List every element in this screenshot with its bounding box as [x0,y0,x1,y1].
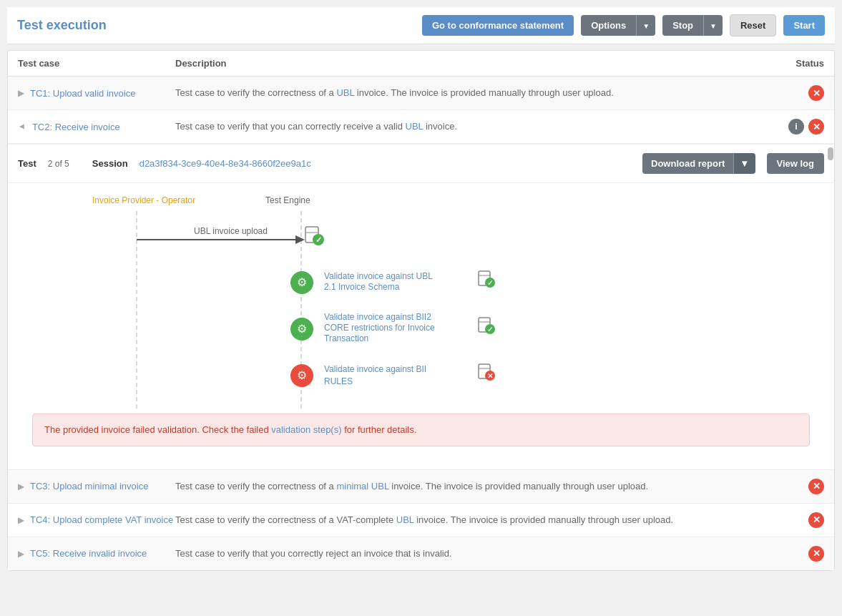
options-button[interactable]: Options [581,15,636,36]
stop-dropdown-button[interactable]: ▼ [703,15,723,36]
lane-labels: Invoice Provider - Operator Test Engine [22,195,820,205]
reset-button[interactable]: Reset [730,14,776,36]
table-header: Test case Description Status [8,51,834,77]
tc4-description: Test case to verify the correctness of a… [175,513,767,527]
col-testcase: Test case [18,58,175,69]
tc5-name[interactable]: ▶ TC5: Receive invalid invoice [18,548,175,559]
test-label: Test [18,158,36,169]
error-link[interactable]: validation step(s) [271,424,341,435]
table-row: ▼ TC2: Receive invoice Test case to veri… [8,110,834,144]
download-report-button[interactable]: Download report [642,153,733,174]
expand-icon: ▶ [18,481,24,492]
session-id: d2a3f834-3ce9-40e4-8e34-8660f2ee9a1c [139,158,311,169]
tc1-description: Test case to verify the correctness of a… [175,86,767,100]
table-row: ▶ TC4: Upload complete VAT invoice Test … [8,504,834,537]
tc1-name[interactable]: ▶ TC1: Upload valid invoice [18,88,175,99]
lane-engine-label: Test Engine [265,195,820,205]
tc1-status: ✕ [767,85,824,101]
test-value: 2 of 5 [48,159,69,169]
page-title: Test execution [17,18,415,33]
session-header: Test 2 of 5 Session d2a3f834-3ce9-40e4-8… [8,145,834,183]
svg-text:UBL invoice upload: UBL invoice upload [194,226,268,236]
svg-text:⚙: ⚙ [297,369,307,381]
error-icon: ✕ [808,479,824,494]
tc4-status: ✕ [767,512,824,528]
tc3-description: Test case to verify the correctness of a… [175,479,767,494]
svg-text:2.1 Invoice Schema: 2.1 Invoice Schema [324,282,400,292]
tc5-status: ✕ [767,546,824,562]
sequence-diagram: UBL invoice upload ✓ ⚙ Validate invoice … [22,211,820,414]
diagram-svg: UBL invoice upload ✓ ⚙ Validate invoice … [22,211,523,411]
svg-text:✕: ✕ [487,372,493,380]
svg-text:✓: ✓ [315,235,322,244]
session-actions: Download report ▼ View log [642,153,824,174]
scrollbar-thumb [828,147,833,160]
svg-text:Validate invoice against UBL: Validate invoice against UBL [324,271,433,281]
error-icon: ✕ [808,119,824,135]
start-button[interactable]: Start [783,15,825,36]
col-status: Status [767,58,824,69]
error-icon: ✕ [808,546,824,562]
svg-text:Validate invoice against BII2: Validate invoice against BII2 [324,312,431,322]
options-dropdown-button[interactable]: ▼ [636,15,655,36]
error-banner: The provided invoice failed validation. … [32,414,810,446]
table-row: ▶ TC3: Upload minimal invoice Test case … [8,470,834,504]
error-text-before: The provided invoice failed validation. … [44,424,271,435]
svg-marker-3 [295,235,305,244]
error-icon: ✕ [808,512,824,528]
download-report-group: Download report ▼ [642,153,755,174]
tc3-status: ✕ [767,479,824,494]
svg-text:✓: ✓ [487,326,493,333]
error-text-after: for further details. [342,424,417,435]
session-label: Session [92,158,128,169]
tc4-name[interactable]: ▶ TC4: Upload complete VAT invoice [18,514,175,525]
svg-text:Validate invoice against BII: Validate invoice against BII [324,364,426,374]
col-description: Description [175,58,767,69]
test-cases-table: Test case Description Status ▶ TC1: Uplo… [7,50,835,571]
conformance-button[interactable]: Go to conformance statement [422,15,574,36]
stop-button[interactable]: Stop [662,15,703,36]
lane-invoice-label: Invoice Provider - Operator [22,195,265,205]
svg-text:✓: ✓ [487,279,493,287]
expand-icon: ▼ [17,122,27,131]
table-row: ▶ TC5: Receive invalid invoice Test case… [8,537,834,570]
chevron-down-icon: ▼ [740,158,749,169]
expand-icon: ▶ [18,515,24,525]
scrollbar [827,145,834,182]
expand-icon: ▶ [18,549,24,559]
svg-text:Transaction: Transaction [324,333,368,343]
download-report-dropdown[interactable]: ▼ [733,153,755,174]
table-row: ▶ TC1: Upload valid invoice Test case to… [8,77,834,110]
info-icon[interactable]: i [788,119,804,135]
chevron-down-icon: ▼ [710,22,717,30]
tc5-description: Test case to verify that you correctly r… [175,547,767,561]
svg-text:CORE restrictions for Invoice: CORE restrictions for Invoice [324,323,435,333]
stop-button-group: Stop ▼ [662,15,723,36]
error-icon: ✕ [808,85,824,101]
svg-text:RULES: RULES [324,376,353,386]
tc2-status: i ✕ [767,119,824,135]
diagram-area: Invoice Provider - Operator Test Engine [8,183,834,469]
tc2-expanded-content: Test 2 of 5 Session d2a3f834-3ce9-40e4-8… [8,144,834,470]
svg-text:⚙: ⚙ [297,323,307,335]
chevron-down-icon: ▼ [642,22,650,30]
expand-icon: ▶ [18,88,24,98]
page-header: Test execution Go to conformance stateme… [7,7,835,44]
tc2-description: Test case to verify that you can correct… [175,119,767,134]
svg-text:⚙: ⚙ [297,276,307,288]
view-log-button[interactable]: View log [767,153,825,174]
tc2-name[interactable]: ▼ TC2: Receive invoice [18,122,175,132]
options-button-group: Options ▼ [581,15,655,36]
tc3-name[interactable]: ▶ TC3: Upload minimal invoice [18,481,175,492]
